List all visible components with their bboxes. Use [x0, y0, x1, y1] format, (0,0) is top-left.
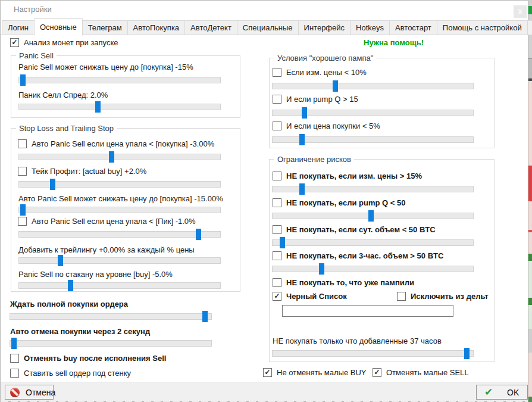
wait-full-buy-slider[interactable]	[10, 311, 212, 322]
risk-limits-group-title: Ограничение рисков	[274, 155, 354, 164]
slider-thumb[interactable]	[368, 210, 374, 222]
no-buy-daily-volume-slider[interactable]	[272, 237, 474, 248]
pump-q-condition-label: И если pump Q > 15	[286, 95, 358, 104]
take-profit-label: Тейк Профит: [actual buy] +2.0%	[32, 167, 146, 176]
slider-thumb[interactable]	[299, 183, 305, 195]
cancel-small-sell-checkbox[interactable]: Отменять малые SELL	[373, 368, 469, 377]
tab-telegram[interactable]: Телеграм	[82, 20, 128, 35]
tab-main[interactable]: Основные	[34, 18, 83, 36]
checkbox-icon	[263, 368, 272, 377]
no-buy-price-change-checkbox[interactable]: НЕ покупать, если изм. цены > 15%	[273, 172, 422, 180]
no-buy-price-change-slider[interactable]	[272, 183, 474, 195]
auto-panic-buy-drop-checkbox[interactable]: Авто Panic Sell если цена упала < [покуп…	[18, 139, 214, 148]
no-buy-3h-volume-slider[interactable]	[272, 263, 474, 275]
sell-under-wall-checkbox[interactable]: Ставить sell ордер под стенку	[10, 369, 131, 378]
no-buy-3h-volume-label: НЕ покупать, если 3-час. объем > 50 BTC	[286, 251, 443, 260]
keep-small-buy-label: Не отменять малые BUY	[277, 368, 367, 377]
ok-button[interactable]: OK	[476, 385, 528, 400]
slider-thumb[interactable]	[109, 151, 114, 163]
no-buy-pump-q-checkbox[interactable]: НЕ покупать, если pump Q < 50	[273, 198, 405, 207]
take-profit-slider[interactable]	[18, 179, 221, 190]
cancel-button[interactable]: Отмена	[5, 385, 54, 400]
auto-panic-depth-label: Авто Panic Sell может снижать цену до [п…	[18, 194, 223, 203]
auto-cancel-buy-slider[interactable]	[10, 338, 212, 349]
close-icon[interactable]: x	[514, 5, 527, 18]
window-title: Настройки	[14, 5, 52, 14]
trailing-add-label: Добавить к трейлингу +0.00% за каждый % …	[18, 245, 195, 254]
tab-autostart[interactable]: Автостарт	[389, 20, 437, 35]
slider-thumb[interactable]	[333, 80, 338, 92]
slider-thumb[interactable]	[196, 229, 201, 240]
no-buy-recent-slider[interactable]	[272, 348, 474, 359]
checkbox-icon	[397, 292, 406, 301]
no-buy-3h-volume-checkbox[interactable]: НЕ покупать, если 3-час. объем > 50 BTC	[273, 251, 443, 260]
no-buy-already-pumped-checkbox[interactable]: НЕ покупать то, что уже пампили	[273, 278, 414, 287]
slider-thumb[interactable]	[58, 255, 63, 266]
no-buy-daily-volume-checkbox[interactable]: НЕ покупать, если сут. объем < 50 BTC	[273, 225, 436, 234]
take-profit-checkbox[interactable]: Тейк Профит: [actual buy] +2.0%	[18, 167, 146, 176]
auto-panic-peak-drop-checkbox[interactable]: Авто Panic Sell если цена упала < [Пик] …	[18, 217, 196, 226]
checkbox-icon	[273, 95, 281, 104]
checkbox-icon	[273, 198, 281, 207]
tab-hotkeys[interactable]: Hotkeys	[350, 20, 390, 35]
slider-thumb[interactable]	[20, 204, 26, 216]
checkbox-icon	[10, 369, 19, 378]
sell-under-wall-label: Ставить sell ордер под стенку	[24, 369, 131, 378]
slider-thumb[interactable]	[50, 179, 55, 190]
cancel-buy-after-sell-label: Отменять buy после исполнения Sell	[24, 354, 166, 363]
tab-bar: Логин Основные Телеграм АвтоПокупка Авто…	[2, 20, 532, 35]
price-change-condition-label: Если изм. цены < 10%	[286, 68, 367, 77]
panic-sell-spread-slider[interactable]	[18, 101, 221, 113]
keep-small-buy-checkbox[interactable]: Не отменять малые BUY	[263, 368, 367, 377]
panic-sell-depth-slider[interactable]	[18, 74, 221, 86]
wait-full-buy-label: Ждать полной покупки ордера	[10, 300, 128, 308]
slider-thumb[interactable]	[302, 107, 307, 119]
slider-thumb[interactable]	[202, 311, 208, 322]
price-change-condition-slider[interactable]	[272, 80, 474, 92]
tab-interface[interactable]: Интерфейс	[298, 20, 351, 35]
slider-thumb[interactable]	[20, 74, 26, 86]
exclude-from-deltas-checkbox[interactable]: Исключить из дельт	[397, 292, 489, 301]
checkbox-icon	[273, 121, 281, 130]
tab-pro[interactable]: PRO	[527, 20, 532, 35]
slider-thumb[interactable]	[464, 348, 470, 359]
no-buy-pump-q-slider[interactable]	[272, 210, 474, 222]
settings-dialog: Настройки x Логин Основные Телеграм Авто…	[0, 0, 528, 402]
cancel-buy-after-sell-checkbox[interactable]: Отменять buy после исполнения Sell	[10, 354, 166, 363]
tab-setup-help[interactable]: Помощь с настройкой	[437, 20, 528, 35]
slider-thumb[interactable]	[95, 101, 101, 113]
checkbox-icon	[18, 167, 27, 176]
slider-thumb[interactable]	[68, 280, 73, 291]
slider-thumb[interactable]	[280, 237, 285, 248]
tab-autodetect[interactable]: АвтоДетект	[184, 20, 237, 35]
blacklist-label: Черный Список	[286, 292, 347, 301]
cancel-button-label: Отмена	[26, 388, 55, 397]
trailing-add-slider[interactable]	[18, 255, 221, 266]
pump-conditions-group-title: Условия "хорошего пампа"	[274, 54, 376, 63]
slider-thumb[interactable]	[319, 263, 324, 275]
blacklist-checkbox[interactable]: Черный Список	[273, 292, 347, 301]
pump-q-condition-checkbox[interactable]: И если pump Q > 15	[273, 95, 358, 104]
tab-special[interactable]: Специальные	[237, 20, 299, 35]
price-change-condition-checkbox[interactable]: Если изм. цены < 10%	[273, 68, 367, 77]
need-help-link[interactable]: Нужна помощь!	[364, 38, 424, 47]
checkbox-icon	[18, 217, 27, 226]
analyze-coins-label: Анализ монет при запуске	[24, 38, 118, 47]
check-icon	[483, 387, 494, 398]
buy-price-condition-checkbox[interactable]: И если цена покупки < 5%	[273, 121, 380, 130]
analyze-coins-checkbox[interactable]: Анализ монет при запуске	[10, 38, 118, 47]
slider-thumb[interactable]	[299, 134, 305, 145]
tab-autobuy[interactable]: АвтоПокупка	[127, 20, 185, 35]
buy-price-condition-slider[interactable]	[272, 134, 474, 145]
panic-sell-group-title: Panic Sell	[16, 51, 57, 60]
auto-panic-depth-slider[interactable]	[18, 204, 221, 216]
auto-cancel-buy-label: Авто отмена покупки через 2 секунд	[10, 327, 150, 336]
blacklist-input[interactable]	[282, 305, 453, 317]
checkbox-icon	[373, 368, 381, 377]
panic-orderbook-slider[interactable]	[18, 280, 221, 291]
auto-panic-peak-drop-slider[interactable]	[18, 229, 221, 240]
slider-thumb[interactable]	[11, 338, 17, 349]
pump-q-condition-slider[interactable]	[272, 107, 474, 119]
auto-panic-buy-drop-slider[interactable]	[18, 151, 221, 163]
tab-login[interactable]: Логин	[2, 20, 35, 35]
